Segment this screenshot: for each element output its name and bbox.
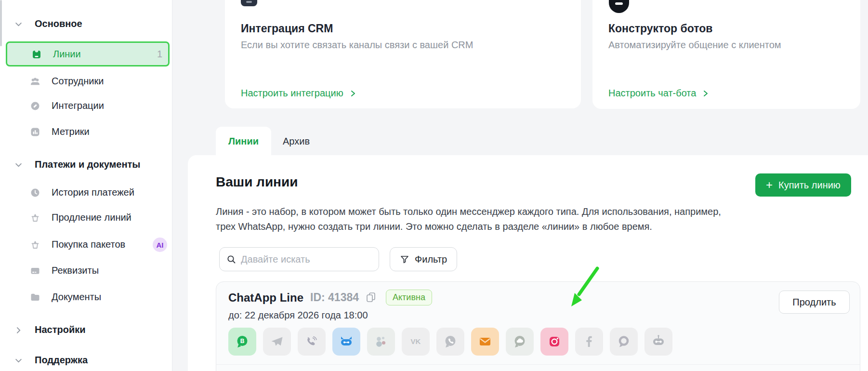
sidebar-item-label: Покупка пакетов: [52, 239, 125, 250]
lines-description: Линия - это набор, в котором может быть …: [216, 204, 738, 234]
chevron-right-icon: [702, 90, 710, 97]
sidebar-section-support[interactable]: Поддержка: [0, 348, 172, 371]
sidebar-item-package-purchase[interactable]: Покупка пакетов AI: [0, 233, 172, 257]
line-card-header: ChatApp Line ID: 41384 Активна: [228, 290, 432, 305]
promo-card-crm: Интеграция CRM Если вы хотите связать ка…: [225, 0, 581, 108]
clock-icon: [30, 187, 40, 198]
search-box: [219, 247, 379, 271]
promo-card-subtitle: Если вы хотите связать каналы связи с ва…: [241, 40, 473, 51]
lines-pocket-icon: [31, 49, 42, 60]
messenger-icon-instagram[interactable]: [540, 328, 568, 356]
messenger-icon-whatsapp[interactable]: [436, 328, 464, 356]
chevron-down-icon: [14, 20, 23, 30]
messenger-icon-chat-bubble[interactable]: [610, 328, 638, 356]
promo-card-title: Конструктор ботов: [608, 22, 712, 35]
chevron-right-icon: [349, 90, 357, 97]
filter-button[interactable]: Фильтр: [390, 247, 457, 271]
sidebar-item-requisites[interactable]: Реквизиты: [0, 259, 172, 283]
basket-icon: [30, 212, 40, 223]
sidebar-item-label: Реквизиты: [52, 265, 99, 276]
sidebar-item-label: Интеграции: [52, 100, 104, 111]
sidebar-item-label: Линии: [53, 49, 81, 60]
chevron-down-icon: [14, 357, 23, 367]
messenger-icon-bot[interactable]: [644, 328, 672, 356]
messenger-icon-cloud-chat[interactable]: [506, 328, 534, 356]
bot-icon: [609, 0, 629, 13]
sidebar-item-integrations[interactable]: Интеграции: [0, 94, 172, 118]
filter-funnel-icon: [400, 254, 409, 264]
sidebar-section-payments[interactable]: Платежи и документы: [0, 153, 172, 177]
buy-line-button[interactable]: + Купить линию: [755, 173, 851, 197]
main-content: Интеграция CRM Если вы хотите связать ка…: [172, 0, 868, 371]
sidebar: Основное Линии 1 Сотрудники Интеграции: [0, 0, 172, 371]
search-input[interactable]: [241, 248, 376, 271]
plus-icon: +: [766, 179, 773, 191]
sidebar-item-label: Метрики: [52, 126, 90, 137]
sidebar-item-lines[interactable]: Линии 1: [6, 41, 170, 66]
tab-lines[interactable]: Линии: [216, 127, 271, 157]
line-card: ChatApp Line ID: 41384 Активна до: 22 де…: [216, 281, 860, 371]
chevron-down-icon: [14, 161, 23, 171]
line-name: ChatApp Line: [228, 291, 303, 305]
messenger-icon-facebook[interactable]: [575, 328, 603, 356]
sidebar-item-documents[interactable]: Документы: [0, 285, 172, 309]
sidebar-section-label: Поддержка: [35, 355, 88, 366]
renew-line-button[interactable]: Продлить: [779, 291, 850, 314]
tab-archive[interactable]: Архив: [283, 136, 310, 147]
basket-icon: [30, 239, 40, 250]
sidebar-section-label: Платежи и документы: [35, 159, 140, 170]
sidebar-item-metrics[interactable]: Метрики: [0, 120, 172, 144]
promo-card-bots: Конструктор ботов Автоматизируйте общени…: [592, 0, 860, 109]
setup-chatbot-link[interactable]: Настроить чат-бота: [608, 88, 710, 99]
metrics-icon: [30, 127, 40, 137]
integration-icon: [30, 101, 40, 111]
sidebar-section-label: Основное: [35, 18, 82, 29]
card-divider: [216, 364, 860, 365]
sidebar-section-label: Настройки: [35, 324, 86, 335]
messenger-icon-avito[interactable]: [367, 328, 395, 356]
search-icon: [226, 254, 237, 266]
page-title: Ваши линии: [216, 174, 298, 190]
messenger-icon-viber[interactable]: [298, 328, 326, 356]
svg-text:VK: VK: [411, 337, 421, 345]
status-badge: Активна: [386, 290, 432, 305]
sidebar-item-line-renewal[interactable]: Продление линий: [0, 206, 172, 230]
sidebar-item-payment-history[interactable]: История платежей: [0, 181, 172, 205]
sidebar-item-label: История платежей: [52, 187, 134, 198]
sidebar-section-main[interactable]: Основное: [0, 12, 172, 36]
folder-icon: [30, 292, 40, 303]
setup-integration-link[interactable]: Настроить интеграцию: [241, 88, 357, 99]
svg-text:B: B: [240, 338, 245, 344]
line-expiry-date: до: 22 декабря 2026 года 18:00: [228, 310, 368, 321]
messenger-icon-email[interactable]: [471, 328, 499, 356]
sidebar-item-label: Продление линий: [52, 212, 132, 223]
promo-card-title: Интеграция CRM: [241, 22, 333, 35]
lines-count-badge: 1: [157, 49, 162, 60]
sidebar-item-label: Документы: [52, 292, 101, 303]
messenger-icon-telegram[interactable]: [263, 328, 291, 356]
promo-card-subtitle: Автоматизируйте общение с клиентом: [608, 40, 781, 51]
messenger-icons-row: B VK: [228, 328, 672, 356]
messenger-icon-whatsapp-business[interactable]: B: [228, 328, 256, 356]
sidebar-item-label: Сотрудники: [52, 76, 104, 87]
crm-app-icon: [241, 0, 257, 6]
copy-icon[interactable]: [366, 292, 376, 305]
messenger-icon-vk[interactable]: VK: [402, 328, 430, 356]
sidebar-item-employees[interactable]: Сотрудники: [0, 69, 172, 93]
ai-badge: AI: [153, 238, 167, 252]
credit-card-icon: [30, 265, 40, 276]
chevron-right-icon: [14, 326, 23, 336]
people-icon: [30, 76, 40, 87]
messenger-icon-chatapp-bot[interactable]: [332, 328, 360, 356]
app-window: Основное Линии 1 Сотрудники Интеграции: [0, 0, 868, 371]
line-id: ID: 41384: [310, 291, 359, 304]
sidebar-section-settings[interactable]: Настройки: [0, 318, 172, 342]
